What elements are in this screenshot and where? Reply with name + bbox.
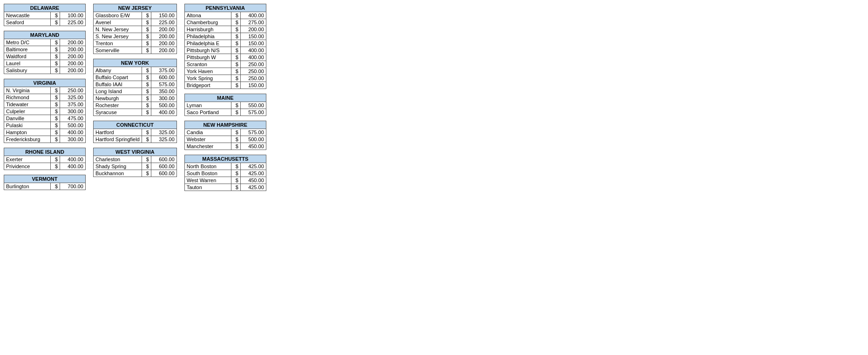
table-row: Baltimore$200.00 (4, 46, 86, 53)
dollar-cell: $ (142, 109, 151, 116)
city-cell: Tidewater (4, 101, 51, 108)
city-cell: Waldford (4, 53, 51, 60)
city-cell: Seaford (4, 19, 51, 26)
amount-cell: 200.00 (151, 47, 176, 54)
city-cell: Chamberburg (184, 19, 231, 26)
maryland-table: MARYLAND Metro D/C$200.00Baltimore$200.0… (4, 31, 86, 74)
amount-cell: 375.00 (151, 67, 176, 74)
table-row: Somerville$200.00 (94, 47, 177, 54)
amount-cell: 250.00 (240, 68, 266, 75)
city-cell: Burlington (4, 183, 51, 190)
table-row: North Boston$425.00 (184, 163, 266, 170)
table-row: Seaford$225.00 (4, 19, 86, 26)
amount-cell: 425.00 (240, 163, 266, 170)
maryland-header: MARYLAND (4, 31, 86, 39)
city-cell: York Haven (184, 68, 231, 75)
dollar-cell: $ (231, 163, 240, 170)
dollar-cell: $ (231, 47, 240, 54)
dollar-cell: $ (142, 40, 151, 47)
amount-cell: 150.00 (240, 33, 266, 40)
amount-cell: 200.00 (60, 67, 86, 74)
amount-cell: 200.00 (151, 40, 176, 47)
city-cell: Fredericksburg (4, 136, 51, 143)
amount-cell: 425.00 (240, 170, 266, 177)
table-row: Newburgh$300.00 (94, 95, 177, 102)
city-cell: Tauton (184, 184, 231, 191)
virginia-header: VIRGINIA (4, 79, 86, 87)
amount-cell: 250.00 (240, 75, 266, 82)
amount-cell: 400.00 (151, 109, 176, 116)
city-cell: Laurel (4, 60, 51, 67)
virginia-table: VIRGINIA N. Virginia$250.00Richmond$325.… (4, 79, 86, 143)
dollar-cell: $ (51, 46, 60, 53)
table-row: York Haven$250.00 (184, 68, 266, 75)
table-row: Lyman$550.00 (184, 102, 266, 109)
table-row: S. New Jersey$200.00 (94, 33, 177, 40)
table-row: West Warren$450.00 (184, 177, 266, 184)
column-3: PENNSYLVANIA Altona$400.00Chamberburg$27… (184, 4, 266, 191)
dollar-cell: $ (142, 33, 151, 40)
dollar-cell: $ (231, 54, 240, 61)
city-cell: Harrisburgh (184, 26, 231, 33)
dollar-cell: $ (231, 75, 240, 82)
dollar-cell: $ (231, 61, 240, 68)
amount-cell: 600.00 (151, 74, 176, 81)
table-row: Glassboro E/W$150.00 (94, 12, 177, 19)
dollar-cell: $ (51, 94, 60, 101)
table-row: Hartford$325.00 (94, 129, 177, 136)
city-cell: Metro D/C (4, 39, 51, 46)
table-row: Burlington$700.00 (4, 183, 86, 190)
dollar-cell: $ (51, 12, 60, 19)
dollar-cell: $ (231, 33, 240, 40)
amount-cell: 400.00 (60, 129, 86, 136)
dollar-cell: $ (142, 163, 151, 170)
amount-cell: 500.00 (151, 102, 176, 109)
table-row: Buffalo IAAI$575.00 (94, 81, 177, 88)
amount-cell: 200.00 (151, 33, 176, 40)
city-cell: Buckhannon (94, 170, 142, 177)
dollar-cell: $ (51, 156, 60, 163)
city-cell: Somerville (94, 47, 142, 54)
dollar-cell: $ (142, 47, 151, 54)
city-cell: Buffalo Copart (94, 74, 142, 81)
table-row: Charleston$600.00 (94, 156, 177, 163)
city-cell: North Boston (184, 163, 231, 170)
table-row: Rochester$500.00 (94, 102, 177, 109)
city-cell: Prividence (4, 163, 51, 170)
dollar-cell: $ (51, 163, 60, 170)
dollar-cell: $ (51, 19, 60, 26)
dollar-cell: $ (51, 108, 60, 115)
rhone-island-header: RHONE ISLAND (4, 148, 86, 156)
amount-cell: 450.00 (240, 143, 266, 150)
table-row: Webster$500.00 (184, 136, 266, 143)
connecticut-header: CONNECTICUT (94, 121, 177, 129)
amount-cell: 300.00 (60, 108, 86, 115)
city-cell: Philadelphia E (184, 40, 231, 47)
table-row: Manchester$450.00 (184, 143, 266, 150)
delaware-header: DELAWARE (4, 4, 86, 12)
table-row: Metro D/C$200.00 (4, 39, 86, 46)
city-cell: West Warren (184, 177, 231, 184)
table-row: Chamberburg$275.00 (184, 19, 266, 26)
connecticut-table: CONNECTICUT Hartford$325.00Hartford Spri… (93, 121, 177, 143)
amount-cell: 575.00 (240, 109, 266, 116)
table-row: Pittsburgh W$400.00 (184, 54, 266, 61)
amount-cell: 300.00 (151, 95, 176, 102)
table-row: Scranton$250.00 (184, 61, 266, 68)
dollar-cell: $ (51, 53, 60, 60)
dollar-cell: $ (142, 19, 151, 26)
new-hampshire-header: NEW HAMPSHIRE (184, 121, 266, 129)
delaware-table: DELAWARE Newcastle$100.00Seaford$225.00 (4, 4, 86, 26)
amount-cell: 150.00 (240, 82, 266, 89)
amount-cell: 325.00 (60, 94, 86, 101)
city-cell: Candia (184, 129, 231, 136)
amount-cell: 700.00 (60, 183, 86, 190)
city-cell: N. Virginia (4, 87, 51, 94)
table-row: Bridgeport$150.00 (184, 82, 266, 89)
table-row: Trenton$200.00 (94, 40, 177, 47)
table-row: Tidewater$375.00 (4, 101, 86, 108)
city-cell: Bridgeport (184, 82, 231, 89)
city-cell: S. New Jersey (94, 33, 142, 40)
city-cell: Pittsburgh W (184, 54, 231, 61)
table-row: Culpeler$300.00 (4, 108, 86, 115)
